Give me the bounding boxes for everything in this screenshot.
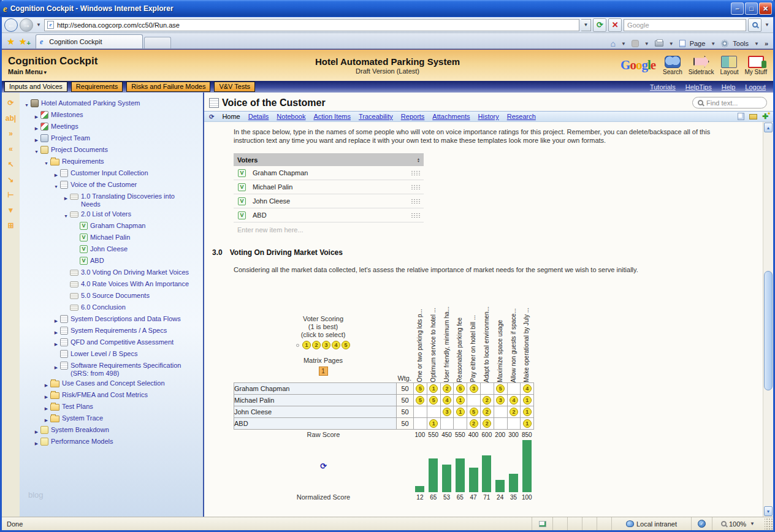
header-tool-layout[interactable]: Layout — [720, 56, 738, 75]
tree-expander-icon[interactable]: ▶ — [43, 403, 50, 412]
tree-item-4-0-rate-voices-with-an-importance[interactable]: 4.0 Rate Voices With An Importance — [20, 278, 203, 290]
score-cell[interactable]: 3 — [440, 406, 454, 418]
resize-grip[interactable] — [765, 517, 773, 530]
drag-handle-icon[interactable] — [411, 184, 420, 189]
score-row-wtg[interactable]: 50 — [397, 395, 414, 406]
find-text-input[interactable]: Find text... — [692, 97, 767, 108]
tree-item-meetings[interactable]: ▶Meetings — [20, 121, 203, 132]
close-button[interactable]: ✕ — [759, 2, 772, 15]
tree-expander-icon[interactable]: ▶ — [33, 111, 40, 121]
note-edit-icon[interactable] — [738, 113, 744, 120]
score-cell[interactable]: 1 — [521, 406, 534, 418]
tree-item-2-0-list-of-voters[interactable]: ▼2.0 List of Voters — [20, 208, 203, 220]
score-cell[interactable] — [414, 418, 427, 430]
score-cell[interactable] — [454, 418, 467, 430]
tree-icon[interactable]: ⊢ — [7, 191, 13, 199]
tree-item-project-documents[interactable]: ▼Project Documents — [20, 144, 203, 156]
score-option-4[interactable]: 4 — [332, 341, 340, 349]
tree-grid-icon[interactable]: ⊞ — [7, 221, 13, 230]
vertical-scrollbar[interactable]: ▲ ▼ — [763, 122, 773, 517]
tree-expander-icon[interactable]: ▼ — [63, 210, 69, 220]
score-cell[interactable]: 4 — [507, 395, 521, 406]
new-tab-stub[interactable] — [144, 37, 171, 48]
score-cell[interactable]: 1 — [521, 418, 534, 430]
refresh-button[interactable]: ⟳ — [593, 18, 606, 32]
clear-score-radio[interactable] — [296, 344, 299, 347]
help-link-helptips[interactable]: HelpTips — [685, 83, 712, 91]
voter-check-icon[interactable]: V — [238, 211, 246, 219]
demote-icon[interactable]: ↘ — [7, 175, 13, 184]
help-link-logout[interactable]: Logout — [745, 83, 766, 91]
maximize-button[interactable]: □ — [745, 2, 758, 15]
score-option-3[interactable]: 3 — [322, 341, 330, 349]
voter-row-graham-chapman[interactable]: VGraham Chapman — [234, 166, 424, 180]
help-link-help[interactable]: Help — [722, 83, 736, 91]
tree-expander-icon[interactable]: ▶ — [33, 134, 40, 144]
home-icon[interactable]: ⌂ — [610, 39, 615, 48]
doc-menu-traceability[interactable]: Traceability — [359, 113, 393, 120]
doc-menu-reports[interactable]: Reports — [401, 113, 425, 120]
tree-expander-icon[interactable]: ▶ — [63, 192, 69, 202]
print-caret[interactable]: ▼ — [668, 41, 675, 47]
tools-gear-icon[interactable] — [721, 40, 728, 47]
back-button[interactable]: ← — [4, 18, 18, 32]
doc-menu-notebook[interactable]: Notebook — [277, 113, 305, 120]
score-cell[interactable]: 4 — [521, 383, 534, 395]
tree-item-lower-level-b-specs[interactable]: Lower Level / B Specs — [20, 348, 203, 360]
web-search-input[interactable]: Google — [624, 19, 746, 31]
favorites-star-icon[interactable]: ★ — [4, 35, 17, 48]
score-cell[interactable]: 2 — [507, 406, 521, 418]
voter-check-icon[interactable]: V — [238, 169, 246, 177]
stop-button[interactable]: ✕ — [608, 18, 622, 32]
print-icon[interactable] — [655, 40, 663, 47]
home-caret[interactable]: ▼ — [620, 41, 627, 47]
search-options-caret[interactable]: ▼ — [763, 22, 771, 28]
page-menu-icon[interactable] — [679, 40, 685, 47]
header-tool-sidetrack[interactable]: Sidetrack — [689, 56, 714, 75]
header-tool-my-stuff[interactable]: My Stuff — [745, 56, 768, 75]
tree-expander-icon[interactable]: ▼ — [53, 181, 59, 191]
score-cell[interactable]: 2 — [480, 418, 494, 430]
tools-caret[interactable]: ▼ — [753, 41, 760, 47]
address-dropdown-button[interactable]: ▼ — [581, 19, 591, 31]
score-cell[interactable]: 4 — [440, 395, 454, 406]
score-cell[interactable]: 2 — [467, 418, 481, 430]
score-option-2[interactable]: 2 — [312, 341, 321, 349]
score-cell[interactable]: 5 — [414, 383, 427, 395]
score-cell[interactable] — [494, 418, 507, 430]
add-item-icon[interactable]: ✚ — [762, 112, 768, 121]
score-row-wtg[interactable]: 50 — [397, 383, 414, 395]
score-option-1[interactable]: 1 — [302, 341, 311, 349]
tree-expander-icon[interactable]: ▶ — [43, 414, 50, 424]
score-cell[interactable]: 3 — [467, 383, 481, 395]
tools-menu-label[interactable]: Tools — [733, 40, 749, 47]
sort-icon[interactable]: ▲▼ — [417, 158, 420, 162]
tree-item-michael-palin[interactable]: VMichael Palin — [20, 232, 203, 243]
score-row-wtg[interactable]: 50 — [397, 406, 414, 418]
voter-check-icon[interactable]: V — [238, 183, 246, 191]
tree-expander-icon[interactable]: ▼ — [23, 99, 30, 109]
score-cell[interactable] — [440, 418, 454, 430]
recalc-icon[interactable]: ⟳ — [320, 462, 327, 471]
score-cell[interactable]: 5 — [414, 395, 427, 406]
score-cell[interactable]: 1 — [427, 418, 440, 430]
minimize-button[interactable]: – — [731, 2, 744, 15]
scroll-thumb[interactable] — [764, 271, 773, 390]
score-option-5[interactable]: 5 — [342, 341, 350, 349]
menu-item-home[interactable]: Home — [222, 113, 240, 120]
tree-item-project-team[interactable]: ▶Project Team — [20, 132, 203, 144]
tree-expander-icon[interactable]: ▶ — [53, 338, 59, 348]
tree-expander-icon[interactable]: ▼ — [43, 158, 50, 167]
google-logo[interactable]: Google — [620, 58, 655, 73]
tree-item-use-cases-and-concept-selection[interactable]: ▶Use Cases and Concept Selection — [20, 378, 203, 389]
matrix-page-button[interactable]: 1 — [319, 367, 328, 376]
new-item-input[interactable]: Enter new item here... — [234, 222, 424, 234]
score-cell[interactable] — [427, 406, 440, 418]
score-cell[interactable]: 2 — [440, 383, 454, 395]
header-tool-search[interactable]: Search — [663, 56, 682, 75]
score-cell[interactable] — [507, 383, 521, 395]
score-cell[interactable]: 1 — [454, 395, 467, 406]
tree-item-system-descriptions-and-data-flows[interactable]: ▶System Descriptions and Data Flows — [20, 313, 203, 325]
score-cell[interactable] — [480, 383, 494, 395]
voter-row-michael-palin[interactable]: VMichael Palin — [234, 180, 424, 194]
